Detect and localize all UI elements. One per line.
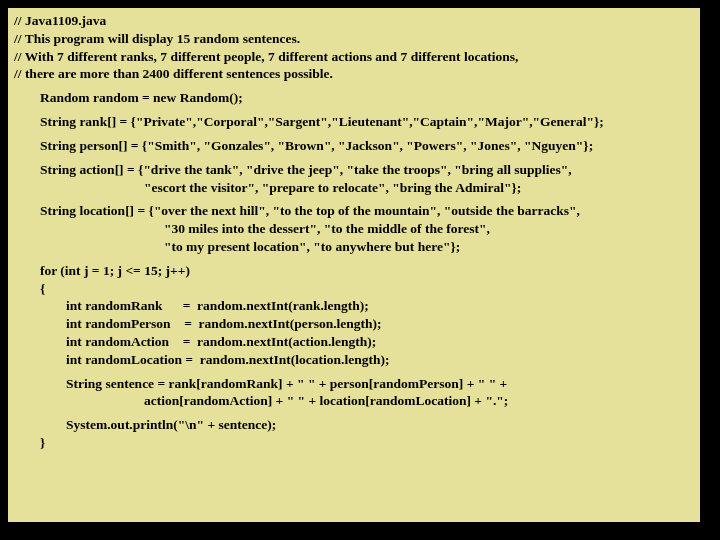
code-line: String person[] = {"Smith", "Gonzales", … — [14, 137, 694, 155]
code-line: Random random = new Random(); — [14, 89, 694, 107]
code-line: String sentence = rank[randomRank] + " "… — [14, 375, 694, 393]
comment-line: // With 7 different ranks, 7 different p… — [14, 48, 694, 66]
code-line: "escort the visitor", "prepare to reloca… — [14, 179, 694, 197]
code-line: } — [14, 434, 694, 452]
code-line: String location[] = {"over the next hill… — [14, 202, 694, 220]
code-line: "30 miles into the dessert", "to the mid… — [14, 220, 694, 238]
code-line: action[randomAction] + " " + location[ra… — [14, 392, 694, 410]
code-line: "to my present location", "to anywhere b… — [14, 238, 694, 256]
code-line: for (int j = 1; j <= 15; j++) — [14, 262, 694, 280]
code-listing: // Java1109.java // This program will di… — [4, 4, 704, 526]
code-line: { — [14, 280, 694, 298]
comment-line: // Java1109.java — [14, 12, 694, 30]
code-line: int randomPerson = random.nextInt(person… — [14, 315, 694, 333]
code-line: int randomRank = random.nextInt(rank.len… — [14, 297, 694, 315]
code-line: System.out.println("\n" + sentence); — [14, 416, 694, 434]
comment-line: // This program will display 15 random s… — [14, 30, 694, 48]
code-line: String action[] = {"drive the tank", "dr… — [14, 161, 694, 179]
code-line: int randomLocation = random.nextInt(loca… — [14, 351, 694, 369]
comment-line: // there are more than 2400 different se… — [14, 65, 694, 83]
code-line: int randomAction = random.nextInt(action… — [14, 333, 694, 351]
code-line: String rank[] = {"Private","Corporal","S… — [14, 113, 694, 131]
